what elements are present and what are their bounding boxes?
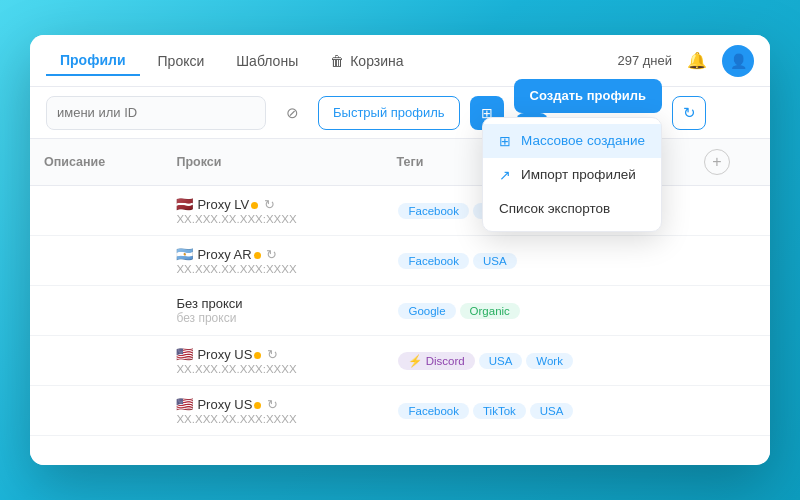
export-list-item[interactable]: Список экспортов bbox=[483, 192, 661, 225]
proxy-address: XX.XXX.XX.XXX:XXXX bbox=[176, 413, 368, 425]
cell-tags: GoogleOrganic bbox=[382, 286, 689, 336]
cell-extra bbox=[690, 236, 770, 286]
col-description: Описание bbox=[30, 139, 162, 186]
proxy-refresh-icon: ↻ bbox=[260, 197, 275, 212]
tag: Facebook bbox=[398, 403, 469, 419]
tag: Facebook bbox=[398, 203, 469, 219]
tag: Organic bbox=[460, 303, 520, 319]
proxy-name: Proxy US bbox=[197, 347, 252, 362]
proxy-name: Без прокси bbox=[176, 296, 242, 311]
nav-item-trash[interactable]: 🗑 Корзина bbox=[316, 47, 417, 75]
cell-extra bbox=[690, 336, 770, 386]
tag: Google bbox=[398, 303, 455, 319]
col-add: + bbox=[690, 139, 770, 186]
status-dot bbox=[254, 352, 261, 359]
days-badge: 297 дней bbox=[617, 53, 672, 68]
cell-proxy: Без проксибез прокси bbox=[162, 286, 382, 336]
proxy-refresh-icon: ↻ bbox=[263, 247, 278, 262]
tag: USA bbox=[473, 253, 517, 269]
flag-icon: 🇺🇸 bbox=[176, 396, 193, 412]
flag-icon: 🇦🇷 bbox=[176, 246, 193, 262]
search-input[interactable] bbox=[46, 96, 266, 130]
cell-description bbox=[30, 236, 162, 286]
import-profiles-item[interactable]: ↗ Импорт профилей bbox=[483, 158, 661, 192]
proxy-address: XX.XXX.XX.XXX:XXXX bbox=[176, 213, 368, 225]
cell-tags: ⚡ DiscordUSAWork bbox=[382, 336, 689, 386]
refresh-icon: ↻ bbox=[683, 104, 696, 122]
tag: USA bbox=[530, 403, 574, 419]
status-dot bbox=[254, 402, 261, 409]
col-proxy: Прокси bbox=[162, 139, 382, 186]
status-dot bbox=[254, 252, 261, 259]
bulk-create-icon: ⊞ bbox=[499, 133, 511, 149]
table-row: Без проксибез проксиGoogleOrganic bbox=[30, 286, 770, 336]
main-window: Профили Прокси Шаблоны 🗑 Корзина 297 дне… bbox=[30, 35, 770, 465]
cell-extra bbox=[690, 186, 770, 236]
create-profile-button[interactable]: Создать профиль bbox=[514, 79, 662, 113]
create-profile-group: Создать профиль ··· ⊞ Массовое создание … bbox=[514, 79, 662, 147]
cell-tags: FacebookTikTokUSA bbox=[382, 386, 689, 436]
status-dot bbox=[251, 202, 258, 209]
refresh-button[interactable]: ↻ bbox=[672, 96, 706, 130]
nav-right: 297 дней 🔔 👤 bbox=[617, 45, 754, 77]
cell-tags: FacebookUSA bbox=[382, 236, 689, 286]
trash-icon: 🗑 bbox=[330, 53, 344, 69]
proxy-address: без прокси bbox=[176, 311, 368, 325]
flag-icon: 🇺🇸 bbox=[176, 346, 193, 362]
proxy-name: Proxy LV bbox=[197, 197, 249, 212]
filter-button[interactable]: ⊘ bbox=[276, 97, 308, 129]
table-row: 🇺🇸Proxy US ↻XX.XXX.XX.XXX:XXXX⚡ DiscordU… bbox=[30, 336, 770, 386]
cell-description bbox=[30, 386, 162, 436]
nav-item-profiles[interactable]: Профили bbox=[46, 46, 140, 76]
proxy-address: XX.XXX.XX.XXX:XXXX bbox=[176, 363, 368, 375]
cell-proxy: 🇦🇷Proxy AR ↻XX.XXX.XX.XXX:XXXX bbox=[162, 236, 382, 286]
tag: Facebook bbox=[398, 253, 469, 269]
toolbar: ⊘ Быстрый профиль ⊞ Создать профиль ··· … bbox=[30, 87, 770, 139]
proxy-name: Proxy US bbox=[197, 397, 252, 412]
cell-extra bbox=[690, 386, 770, 436]
cell-extra bbox=[690, 286, 770, 336]
cell-description bbox=[30, 336, 162, 386]
proxy-refresh-icon: ↻ bbox=[263, 347, 278, 362]
filter-icon: ⊘ bbox=[286, 104, 299, 122]
table-row: 🇺🇸Proxy US ↻XX.XXX.XX.XXX:XXXXFacebookTi… bbox=[30, 386, 770, 436]
dropdown-menu: ⊞ Массовое создание ↗ Импорт профилей Сп… bbox=[482, 117, 662, 232]
bell-icon[interactable]: 🔔 bbox=[686, 50, 708, 72]
proxy-name: Proxy AR bbox=[197, 247, 251, 262]
user-avatar[interactable]: 👤 bbox=[722, 45, 754, 77]
nav-item-proxy[interactable]: Прокси bbox=[144, 47, 219, 75]
proxy-refresh-icon: ↻ bbox=[263, 397, 278, 412]
tag: TikTok bbox=[473, 403, 526, 419]
import-icon: ↗ bbox=[499, 167, 511, 183]
table-row: 🇦🇷Proxy AR ↻XX.XXX.XX.XXX:XXXXFacebookUS… bbox=[30, 236, 770, 286]
tag: Work bbox=[526, 353, 573, 369]
tag: USA bbox=[479, 353, 523, 369]
add-column-button[interactable]: + bbox=[704, 149, 730, 175]
tag: ⚡ Discord bbox=[398, 352, 474, 370]
cell-proxy: 🇺🇸Proxy US ↻XX.XXX.XX.XXX:XXXX bbox=[162, 336, 382, 386]
cell-description bbox=[30, 186, 162, 236]
flag-icon: 🇱🇻 bbox=[176, 196, 193, 212]
proxy-address: XX.XXX.XX.XXX:XXXX bbox=[176, 263, 368, 275]
bulk-create-item[interactable]: ⊞ Массовое создание bbox=[483, 124, 661, 158]
cell-proxy: 🇺🇸Proxy US ↻XX.XXX.XX.XXX:XXXX bbox=[162, 386, 382, 436]
quick-profile-button[interactable]: Быстрый профиль bbox=[318, 96, 460, 130]
cell-proxy: 🇱🇻Proxy LV ↻XX.XXX.XX.XXX:XXXX bbox=[162, 186, 382, 236]
cell-description bbox=[30, 286, 162, 336]
nav-item-templates[interactable]: Шаблоны bbox=[222, 47, 312, 75]
